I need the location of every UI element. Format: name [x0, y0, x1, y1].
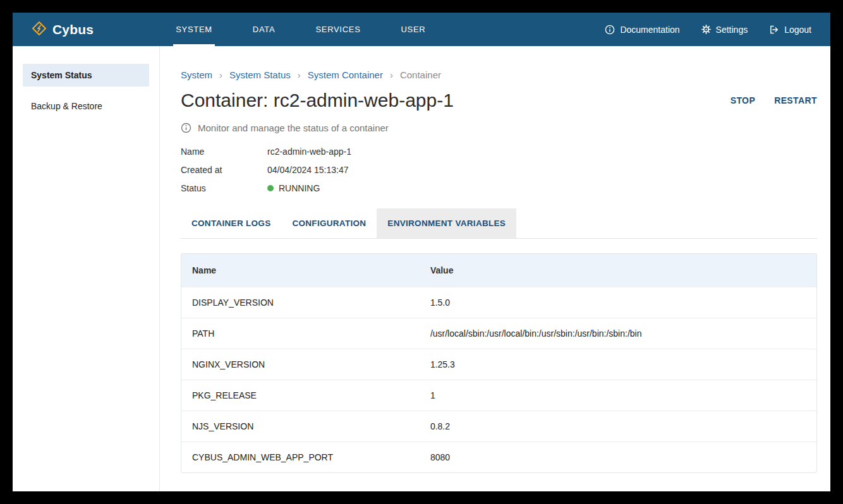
nav-item-system[interactable]: SYSTEM: [173, 13, 215, 46]
nav-item-services[interactable]: SERVICES: [313, 13, 363, 46]
top-navbar: Cybus SYSTEM DATA SERVICES USER: [13, 13, 830, 46]
table-row: NGINX_VERSION 1.25.3: [181, 349, 816, 380]
breadcrumb-current: Container: [400, 69, 441, 80]
tab-container-logs[interactable]: CONTAINER LOGS: [181, 208, 281, 238]
sidebar-item-backup-restore[interactable]: Backup & Restore: [23, 95, 149, 117]
documentation-label: Documentation: [620, 25, 679, 35]
logout-icon: [769, 25, 779, 35]
detail-row-status: Status RUNNING: [181, 183, 817, 193]
detail-value: rc2-admin-web-app-1: [267, 147, 351, 157]
brand-name: Cybus: [52, 22, 94, 37]
documentation-button[interactable]: Documentation: [605, 25, 679, 35]
table-row: NJS_VERSION 0.8.2: [181, 411, 816, 441]
container-details: Name rc2-admin-web-app-1 Created at 04/0…: [181, 147, 817, 193]
status-text: RUNNING: [279, 183, 320, 193]
env-var-name: PKG_RELEASE: [181, 380, 420, 411]
environment-variables-table: Name Value DISPLAY_VERSION 1.5.0 PATH /u…: [181, 253, 817, 473]
stop-button[interactable]: STOP: [731, 95, 755, 105]
brand-logo[interactable]: Cybus: [32, 13, 94, 46]
breadcrumb-separator: ›: [390, 69, 393, 80]
subtitle-row: Monitor and manage the status of a conta…: [181, 123, 817, 133]
env-var-value: 8080: [420, 441, 816, 472]
cybus-logo-icon: [32, 21, 47, 39]
column-header-value: Value: [420, 254, 816, 287]
page-subtitle: Monitor and manage the status of a conta…: [198, 123, 389, 133]
table-row: PATH /usr/local/sbin:/usr/local/bin:/usr…: [181, 318, 816, 349]
detail-label: Name: [181, 147, 267, 157]
settings-label: Settings: [716, 25, 748, 35]
breadcrumb-link-system-container[interactable]: System Container: [308, 69, 383, 80]
breadcrumb-link-system[interactable]: System: [181, 69, 212, 80]
status-badge: RUNNING: [267, 183, 320, 193]
detail-label: Status: [181, 183, 267, 193]
sidebar: System Status Backup & Restore: [13, 46, 160, 491]
title-row: Container: rc2-admin-web-app-1 STOP REST…: [181, 90, 817, 111]
breadcrumb-separator: ›: [298, 69, 301, 80]
page-title: Container: rc2-admin-web-app-1: [181, 90, 454, 111]
settings-button[interactable]: Settings: [701, 25, 748, 35]
env-var-name: NJS_VERSION: [181, 411, 420, 441]
env-var-value: 1.25.3: [420, 349, 816, 380]
screen: Cybus SYSTEM DATA SERVICES USER: [0, 0, 843, 504]
detail-tabs: CONTAINER LOGS CONFIGURATION ENVIRONMENT…: [181, 208, 817, 238]
logout-button[interactable]: Logout: [769, 25, 811, 35]
app-body: System Status Backup & Restore System › …: [13, 46, 830, 491]
tabs-divider: [181, 238, 817, 239]
detail-row-name: Name rc2-admin-web-app-1: [181, 147, 817, 157]
env-var-name: CYBUS_ADMIN_WEB_APP_PORT: [181, 441, 420, 472]
env-var-value: 1: [420, 380, 816, 411]
info-icon: [605, 25, 615, 35]
status-dot-running: [267, 185, 274, 191]
navbar-actions: Documentation: [605, 13, 811, 46]
env-var-value: 0.8.2: [420, 411, 816, 441]
table-header-row: Name Value: [181, 254, 816, 287]
env-var-value: 1.5.0: [420, 287, 816, 318]
info-icon: [181, 123, 191, 133]
env-var-name: PATH: [181, 318, 420, 349]
table-row: PKG_RELEASE 1: [181, 380, 816, 411]
detail-label: Created at: [181, 165, 267, 175]
env-var-value: /usr/local/sbin:/usr/local/bin:/usr/sbin…: [420, 318, 816, 349]
env-var-name: DISPLAY_VERSION: [181, 287, 420, 318]
tab-environment-variables[interactable]: ENVIRONMENT VARIABLES: [377, 208, 516, 238]
column-header-name: Name: [181, 254, 420, 287]
container-actions: STOP RESTART: [731, 95, 817, 105]
tab-configuration[interactable]: CONFIGURATION: [281, 208, 377, 238]
env-var-name: NGINX_VERSION: [181, 349, 420, 380]
restart-button[interactable]: RESTART: [774, 95, 817, 105]
main-nav: SYSTEM DATA SERVICES USER: [173, 13, 428, 46]
breadcrumb: System › System Status › System Containe…: [181, 69, 817, 80]
detail-row-created-at: Created at 04/04/2024 15:13:47: [181, 165, 817, 175]
gear-icon: [701, 25, 711, 34]
main-content: System › System Status › System Containe…: [160, 46, 830, 491]
app-window: Cybus SYSTEM DATA SERVICES USER: [13, 13, 830, 491]
table-row: DISPLAY_VERSION 1.5.0: [181, 287, 816, 318]
detail-value: 04/04/2024 15:13:47: [267, 165, 348, 175]
table-row: CYBUS_ADMIN_WEB_APP_PORT 8080: [181, 441, 816, 472]
logout-label: Logout: [784, 25, 811, 35]
sidebar-item-system-status[interactable]: System Status: [23, 64, 149, 87]
breadcrumb-link-system-status[interactable]: System Status: [229, 69, 291, 80]
nav-item-user[interactable]: USER: [399, 13, 428, 46]
breadcrumb-separator: ›: [219, 69, 222, 80]
nav-item-data[interactable]: DATA: [250, 13, 278, 46]
